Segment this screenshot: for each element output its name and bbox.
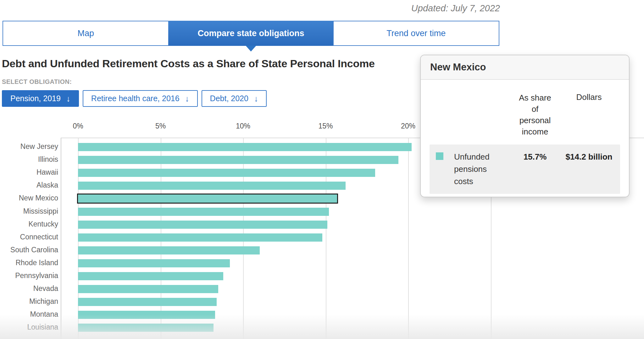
category-label-montana: Montana xyxy=(0,309,58,319)
x-tick-label: 5% xyxy=(155,122,166,130)
category-label-pennsylvania: Pennsylvania xyxy=(0,271,58,280)
category-label-rhode-island: Rhode Island xyxy=(0,258,58,267)
category-label-connecticut: Connecticut xyxy=(0,232,58,242)
bar-pennsylvania[interactable] xyxy=(78,272,223,280)
category-label-hawaii: Hawaii xyxy=(0,167,58,177)
arrow-down-icon: ↓ xyxy=(254,95,258,103)
category-label-new-mexico: New Mexico xyxy=(0,193,58,203)
arrow-down-icon: ↓ xyxy=(185,95,189,103)
x-tick-label: 10% xyxy=(236,122,250,130)
gridline xyxy=(326,138,326,339)
bar-rhode-island[interactable] xyxy=(78,259,230,267)
bar-mississippi[interactable] xyxy=(78,208,329,216)
tab-trend-over-time[interactable]: Trend over time xyxy=(333,21,499,46)
bar-new-jersey[interactable] xyxy=(78,143,412,151)
category-label-illinois: Illinois xyxy=(0,155,58,164)
tooltip-body: As share of personal income Dollars Unfu… xyxy=(421,92,629,194)
bar-michigan[interactable] xyxy=(78,298,217,306)
debt-2020-button[interactable]: Debt, 2020 ↓ xyxy=(202,90,267,107)
tooltip-swatch-cell xyxy=(436,151,454,188)
category-label-kentucky: Kentucky xyxy=(0,219,58,229)
category-label-michigan: Michigan xyxy=(0,297,58,306)
tooltip-col-header-dollars: Dollars xyxy=(564,92,614,138)
bar-kentucky[interactable] xyxy=(78,221,327,229)
tab-bar: Map Compare state obligations Trend over… xyxy=(3,21,499,46)
tooltip-series-label: Unfunded pensions costs xyxy=(454,151,506,188)
tooltip-dollars-value: $14.2 billion xyxy=(564,151,614,188)
arrow-down-icon: ↓ xyxy=(66,95,70,103)
tooltip-col-header-share: As share of personal income xyxy=(506,92,564,138)
tooltip-data-row: Unfunded pensions costs 15.7% $14.2 bill… xyxy=(430,145,620,194)
category-label-louisiana: Louisiana xyxy=(0,322,58,332)
retiree-health-care-2016-button[interactable]: Retiree health care, 2016 ↓ xyxy=(83,90,198,107)
bar-south-carolina[interactable] xyxy=(78,246,260,254)
category-label-south-carolina: South Carolina xyxy=(0,245,58,254)
bar-hawaii[interactable] xyxy=(78,169,375,177)
bar-louisiana[interactable] xyxy=(78,324,214,332)
debt-2020-label: Debt, 2020 xyxy=(210,94,248,103)
x-tick-label: 15% xyxy=(318,122,333,130)
series-swatch-icon xyxy=(436,152,443,160)
tooltip-share-value: 15.7% xyxy=(506,151,564,188)
retiree-health-care-2016-label: Retiree health care, 2016 xyxy=(91,94,180,103)
active-tab-pointer-icon xyxy=(246,46,256,52)
category-label-nevada: Nevada xyxy=(0,284,58,293)
tooltip-title: New Mexico xyxy=(421,55,629,80)
bar-connecticut[interactable] xyxy=(78,233,322,242)
bar-nevada[interactable] xyxy=(78,285,218,293)
bar-illinois[interactable] xyxy=(78,156,398,164)
gridline xyxy=(408,138,409,339)
updated-date: Updated: July 7, 2022 xyxy=(411,3,500,14)
tooltip-column-headers: As share of personal income Dollars xyxy=(430,92,620,138)
bar-montana[interactable] xyxy=(78,311,215,319)
bar-new-mexico[interactable] xyxy=(77,194,338,204)
x-tick-label: 0% xyxy=(73,122,83,130)
x-tick-label: 20% xyxy=(401,122,415,130)
category-labels: New JerseyIllinoisHawaiiAlaskaNew Mexico… xyxy=(0,0,58,339)
category-label-new-jersey: New Jersey xyxy=(0,142,58,151)
bar-alaska[interactable] xyxy=(78,182,346,190)
category-label-alaska: Alaska xyxy=(0,180,58,190)
tab-compare-state-obligations[interactable]: Compare state obligations xyxy=(168,21,333,46)
tooltip-new-mexico: New Mexico As share of personal income D… xyxy=(420,55,630,197)
category-label-mississippi: Mississippi xyxy=(0,206,58,216)
